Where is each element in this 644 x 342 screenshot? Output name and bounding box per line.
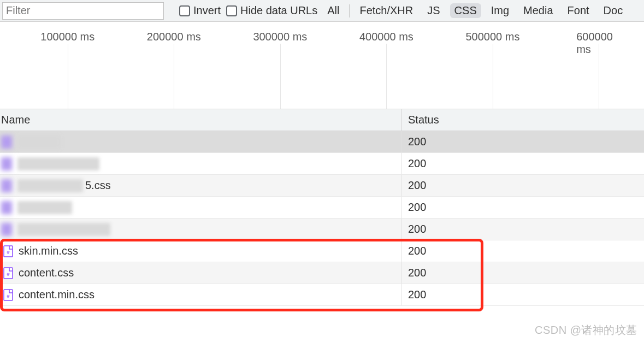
- table-row[interactable]: #content.css200: [0, 262, 644, 284]
- checkbox-icon: [226, 5, 237, 16]
- cell-status: 200: [401, 179, 426, 192]
- filter-doc[interactable]: Doc: [599, 3, 628, 18]
- cell-status: 200: [401, 201, 426, 214]
- timeline-overview[interactable]: 100000 ms200000 ms300000 ms400000 ms5000…: [0, 22, 644, 109]
- redacted-name: [17, 157, 99, 170]
- table-row[interactable]: 200: [0, 219, 644, 240]
- css-file-icon: #: [3, 289, 13, 301]
- checkbox-icon: [179, 5, 190, 16]
- invert-checkbox[interactable]: Invert: [179, 4, 221, 17]
- filter-font[interactable]: Font: [563, 3, 594, 18]
- timeline-labels: 100000 ms200000 ms300000 ms400000 ms5000…: [0, 22, 644, 44]
- table-header: Name Status: [0, 109, 644, 131]
- redacted-name: [17, 223, 110, 236]
- timeline-tick-label: 500000 ms: [465, 31, 519, 43]
- cell-status: 200: [401, 267, 426, 279]
- cell-name: [0, 219, 401, 240]
- file-icon: [1, 135, 12, 149]
- invert-label: Invert: [193, 4, 221, 17]
- redacted-name: [17, 135, 61, 149]
- cell-status: 200: [401, 157, 426, 170]
- column-header-status[interactable]: Status: [401, 114, 439, 126]
- timeline-gridline: [174, 44, 174, 109]
- css-file-icon: #: [3, 267, 13, 279]
- svg-text:#: #: [7, 250, 9, 255]
- file-name: content.css: [19, 267, 74, 279]
- timeline-grid: [0, 44, 644, 109]
- cell-name: [0, 131, 401, 152]
- timeline-gridline: [386, 44, 387, 109]
- cell-status: 200: [401, 245, 426, 257]
- cell-name: [0, 153, 401, 174]
- table-row[interactable]: 200: [0, 197, 644, 219]
- svg-text:#: #: [7, 293, 9, 299]
- cell-name: #content.css: [0, 262, 401, 284]
- table-row[interactable]: 200: [0, 153, 644, 175]
- timeline-gridline: [493, 44, 493, 109]
- timeline-gridline: [68, 44, 68, 109]
- css-file-icon: #: [3, 245, 13, 257]
- cell-name: 5.css: [0, 175, 401, 196]
- cell-name: [0, 197, 401, 218]
- timeline-gridline: [599, 44, 599, 109]
- filter-all[interactable]: All: [323, 3, 344, 18]
- filter-img[interactable]: Img: [487, 3, 513, 18]
- table-row[interactable]: #content.min.css200: [0, 284, 644, 306]
- cell-status: 200: [401, 223, 426, 235]
- cell-name: #skin.min.css: [0, 240, 401, 262]
- redacted-name: [17, 179, 83, 192]
- hide-data-urls-checkbox[interactable]: Hide data URLs: [226, 4, 317, 17]
- file-name: skin.min.css: [19, 245, 78, 257]
- hide-data-urls-label: Hide data URLs: [240, 4, 317, 17]
- table-row[interactable]: 200: [0, 131, 644, 153]
- request-rows: 2002005.css200200200#skin.min.css200#con…: [0, 131, 644, 306]
- filter-css[interactable]: CSS: [450, 3, 481, 18]
- timeline-tick-label: 100000 ms: [40, 31, 94, 43]
- timeline-tick-label: 400000 ms: [359, 31, 413, 43]
- file-icon: [1, 201, 12, 214]
- column-header-name[interactable]: Name: [0, 109, 401, 131]
- name-suffix: 5.css: [85, 179, 111, 192]
- cell-name: #content.min.css: [0, 284, 401, 305]
- timeline-tick-label: 200000 ms: [147, 31, 201, 43]
- file-icon: [1, 157, 12, 170]
- file-name: content.min.css: [19, 288, 94, 301]
- timeline-tick-label: 300000 ms: [253, 31, 307, 43]
- table-row[interactable]: 5.css200: [0, 175, 644, 197]
- table-row[interactable]: #skin.min.css200: [0, 240, 644, 262]
- watermark: CSDN @诸神的坟墓: [535, 323, 637, 338]
- file-icon: [1, 223, 12, 236]
- separator: [349, 4, 350, 17]
- file-icon: [1, 179, 12, 192]
- svg-text:#: #: [7, 272, 9, 277]
- filter-js[interactable]: JS: [423, 3, 444, 18]
- network-toolbar: Invert Hide data URLs All Fetch/XHR JS C…: [0, 0, 644, 22]
- cell-status: 200: [401, 135, 426, 148]
- filter-media[interactable]: Media: [519, 3, 557, 18]
- cell-status: 200: [401, 288, 426, 301]
- redacted-name: [17, 201, 72, 214]
- filter-input[interactable]: [2, 2, 164, 20]
- filter-fetch-xhr[interactable]: Fetch/XHR: [355, 3, 417, 18]
- timeline-gridline: [280, 44, 281, 109]
